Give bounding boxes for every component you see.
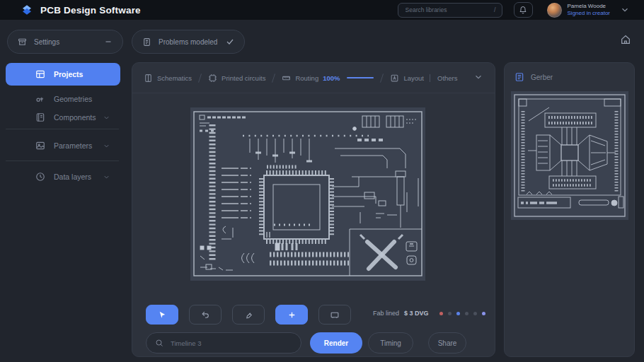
share-button[interactable]: Share: [428, 332, 466, 354]
chevron-down-icon: [103, 173, 110, 181]
problems-pill-label: Problems modeled: [159, 38, 217, 46]
home-button[interactable]: [619, 33, 633, 49]
tab-separator: [381, 74, 384, 83]
avatar: [547, 3, 562, 18]
fab-status-label: Fab lined: [373, 310, 399, 317]
sidebar-item-label: Projects: [54, 70, 83, 78]
canvas-search-input[interactable]: [169, 339, 292, 348]
sidebar-item-parameters[interactable]: Parameters: [6, 136, 120, 156]
collapse-minus-icon[interactable]: [104, 37, 113, 46]
book-icon: [35, 112, 45, 122]
fab-status: Fab lined $ 3 DVG: [373, 310, 485, 317]
archive-icon: [18, 37, 27, 47]
user-meta: Pamela Woode Signed in creator: [568, 3, 610, 16]
chip-icon: [208, 74, 217, 83]
layer-dot[interactable]: [465, 312, 468, 315]
chevron-down-icon: [473, 72, 483, 82]
search-shortcut-key: /: [494, 6, 496, 13]
right-panel-title: Gerber: [531, 74, 553, 81]
global-search-input[interactable]: [404, 6, 490, 14]
gerber-preview[interactable]: [511, 91, 628, 220]
pcb-blueprint-drawing: [190, 107, 425, 281]
sidebar-item-data-layers[interactable]: Data layers: [6, 167, 120, 187]
tab-layout[interactable]: Layout: [390, 74, 424, 83]
canvas-bottom-bar: Render Timing Share: [146, 332, 466, 354]
routing-progress-line: [347, 77, 374, 78]
waveform-icon: [35, 94, 45, 104]
tab-separator: [198, 74, 202, 83]
sidebar-item-projects[interactable]: Projects: [6, 63, 120, 86]
sidebar-divider: [6, 160, 119, 161]
frame-tool-button[interactable]: [318, 305, 351, 325]
main-panel: Schematics Printed circuits Routing 100%…: [132, 62, 495, 357]
app-logo-icon: [21, 4, 33, 16]
plus-icon: [287, 310, 297, 320]
canvas-search[interactable]: [146, 332, 301, 354]
image-icon: [35, 141, 45, 151]
board-icon: [35, 69, 45, 79]
tab-label: Others: [437, 74, 458, 82]
canvas-toolbar: [146, 305, 351, 325]
gerber-preview-drawing: [511, 91, 628, 220]
undo-tool-button[interactable]: [189, 305, 222, 325]
layer-dot[interactable]: [439, 312, 443, 315]
user-menu[interactable]: Pamela Woode Signed in creator: [547, 3, 610, 18]
home-icon: [620, 34, 631, 45]
sidebar-divider: [6, 129, 119, 129]
right-panel: Gerber: [504, 62, 635, 357]
sidebar-item-geometries[interactable]: Geometries: [6, 89, 120, 109]
right-panel-header: Gerber: [505, 63, 634, 88]
chevron-down-icon[interactable]: [620, 5, 630, 15]
gerber-file-icon: [514, 72, 524, 82]
pen-icon: [244, 310, 253, 320]
settings-pill[interactable]: Settings: [7, 30, 123, 54]
title-bar: PCB Design Software / Pamela Woode Signe…: [0, 0, 644, 20]
tab-others[interactable]: Others: [430, 74, 458, 82]
sidebar-item-label: Data layers: [54, 173, 91, 181]
notifications-button[interactable]: [514, 2, 533, 18]
tab-label: Routing: [295, 74, 318, 82]
app-title: PCB Design Software: [40, 5, 141, 16]
frame-icon: [330, 310, 340, 320]
layer-dot[interactable]: [482, 312, 485, 315]
bell-icon: [519, 6, 527, 14]
tab-printed-circuits[interactable]: Printed circuits: [208, 74, 265, 83]
sidebar-item-label: Geometries: [54, 95, 92, 103]
document-icon: [144, 74, 153, 83]
layer-dot[interactable]: [456, 312, 460, 315]
view-tabs: Schematics Printed circuits Routing 100%…: [132, 63, 495, 93]
settings-pill-label: Settings: [34, 38, 59, 46]
routing-percent: 100%: [323, 74, 340, 82]
undo-icon: [201, 310, 210, 320]
tab-schematics[interactable]: Schematics: [144, 74, 192, 83]
frame-a-icon: [390, 74, 399, 83]
fab-status-value: $ 3 DVG: [404, 310, 429, 317]
layer-dot[interactable]: [448, 312, 452, 315]
tab-label: Schematics: [157, 74, 192, 82]
document-lines-icon: [142, 37, 151, 47]
render-button[interactable]: Render: [310, 332, 362, 354]
clock-icon: [35, 172, 45, 182]
tabs-expand-button[interactable]: [473, 72, 483, 84]
tab-label: Layout: [403, 74, 424, 82]
sidebar-item-components[interactable]: Components: [6, 107, 120, 127]
cursor-icon: [158, 310, 167, 320]
pen-tool-button[interactable]: [232, 305, 265, 325]
layer-dots: [439, 312, 485, 315]
tab-separator: [272, 74, 275, 83]
timing-button[interactable]: Timing: [368, 332, 413, 354]
problems-pill[interactable]: Problems modeled: [132, 30, 245, 54]
pcb-canvas[interactable]: [190, 107, 425, 281]
chevron-down-icon: [103, 114, 110, 122]
add-tool-button[interactable]: [275, 305, 308, 325]
global-search[interactable]: /: [398, 3, 502, 18]
user-status: Signed in creator: [568, 10, 610, 17]
check-icon[interactable]: [226, 37, 234, 46]
user-name: Pamela Woode: [568, 3, 610, 10]
select-tool-button[interactable]: [146, 305, 178, 325]
layer-dot[interactable]: [473, 312, 477, 315]
tab-routing[interactable]: Routing 100%: [282, 74, 374, 83]
sidebar-item-label: Components: [54, 113, 96, 122]
app-window: PCB Design Software / Pamela Woode Signe…: [0, 0, 644, 362]
search-icon: [155, 339, 163, 347]
